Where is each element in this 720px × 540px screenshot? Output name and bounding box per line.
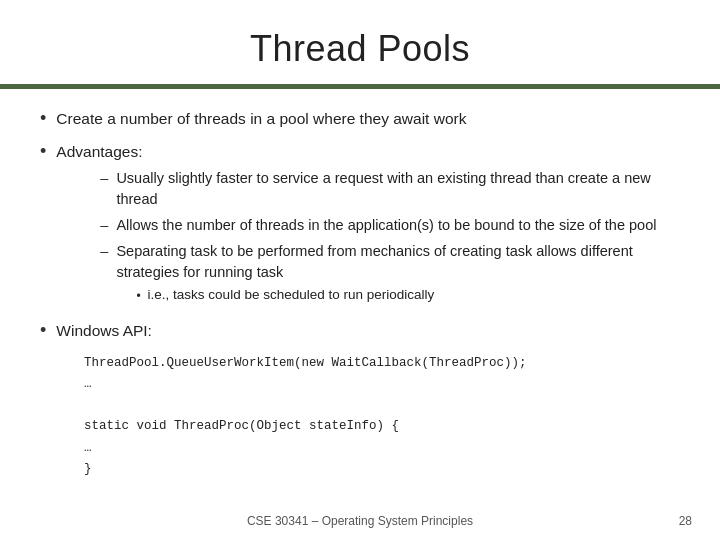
sub-dash-2-2: – xyxy=(100,215,108,236)
bullet-text-2: Advantages: xyxy=(56,143,142,160)
sub-bullets-2: – Usually slightly faster to service a r… xyxy=(100,168,672,305)
sub-sub-bullets: • i.e., tasks could be scheduled to run … xyxy=(136,286,672,305)
sub-bullet-text-2-2: Allows the number of threads in the appl… xyxy=(116,215,656,236)
sub-dash-2-3: – xyxy=(100,241,108,262)
bullet-1: • Create a number of threads in a pool w… xyxy=(40,107,672,130)
code-line-6: } xyxy=(84,459,672,480)
content-area: • Create a number of threads in a pool w… xyxy=(0,89,720,490)
footer-text: CSE 30341 – Operating System Principles xyxy=(0,514,720,528)
bullet-dot-1: • xyxy=(40,108,46,129)
slide-title: Thread Pools xyxy=(40,28,680,70)
footer-page: 28 xyxy=(679,514,692,528)
sub-bullet-2-1: – Usually slightly faster to service a r… xyxy=(100,168,672,210)
sub-bullet-2-2: – Allows the number of threads in the ap… xyxy=(100,215,672,236)
title-area: Thread Pools xyxy=(0,0,720,84)
sub-bullet-text-2-1: Usually slightly faster to service a req… xyxy=(116,168,672,210)
windows-api-section: • Windows API: ThreadPool.QueueUserWorkI… xyxy=(40,319,672,480)
code-block: ThreadPool.QueueUserWorkItem(new WaitCal… xyxy=(84,353,672,481)
code-line-1: ThreadPool.QueueUserWorkItem(new WaitCal… xyxy=(84,353,672,374)
code-line-3 xyxy=(84,395,672,416)
slide: Thread Pools • Create a number of thread… xyxy=(0,0,720,540)
sub-sub-text-1: i.e., tasks could be scheduled to run pe… xyxy=(148,286,435,305)
bullet-3: • Windows API: xyxy=(40,319,672,342)
bullet-2: • Advantages: – Usually slightly faster … xyxy=(40,140,672,309)
bullet-dot-3: • xyxy=(40,320,46,341)
sub-sub-dot-1: • xyxy=(136,288,140,305)
code-line-5: … xyxy=(84,438,672,459)
sub-sub-bullet-1: • i.e., tasks could be scheduled to run … xyxy=(136,286,672,305)
sub-bullet-2-3: – Separating task to be performed from m… xyxy=(100,241,672,305)
footer: CSE 30341 – Operating System Principles … xyxy=(0,514,720,528)
bullet-text-3: Windows API: xyxy=(56,319,152,342)
sub-bullet-text-2-3: Separating task to be performed from mec… xyxy=(116,243,632,280)
bullet-text-1: Create a number of threads in a pool whe… xyxy=(56,107,466,130)
sub-dash-2-1: – xyxy=(100,168,108,189)
code-line-4: static void ThreadProc(Object stateInfo)… xyxy=(84,416,672,437)
code-line-2: … xyxy=(84,374,672,395)
bullet-dot-2: • xyxy=(40,141,46,162)
